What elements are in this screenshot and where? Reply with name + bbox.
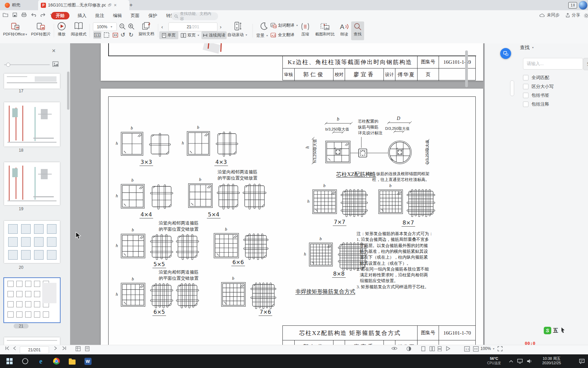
document-scrollbar[interactable] — [465, 50, 468, 87]
new-tab-button[interactable]: + — [127, 1, 135, 10]
clock-widget[interactable]: 10:38 周五 2020/12/25 — [537, 356, 566, 365]
page-thumbnail-18[interactable] — [4, 102, 60, 147]
last-page-button[interactable] — [62, 346, 67, 350]
find-button[interactable]: 查找 — [351, 21, 364, 40]
ribbon-search[interactable]: 查找功能、文档内容 — [171, 12, 218, 20]
fit-page-icon[interactable] — [103, 32, 110, 38]
zoom-out-icon[interactable] — [119, 23, 126, 30]
double-page-button[interactable]: 双页▼ — [180, 31, 200, 39]
cpu-temp-widget[interactable]: 56°C CPU温度 — [485, 356, 504, 365]
window-count-badge[interactable]: 1‖ — [568, 2, 577, 9]
rotate-document-button[interactable]: 旋转文档 — [137, 22, 156, 36]
auto-scroll-icon[interactable] — [234, 21, 242, 31]
tray-expand-icon[interactable] — [507, 357, 515, 365]
print-icon[interactable] — [21, 13, 27, 17]
pdf-to-image-button[interactable]: PDF转图片 — [30, 22, 52, 37]
status-fit-width-icon[interactable] — [473, 346, 479, 352]
checkbox-icon[interactable] — [523, 93, 528, 98]
word-translate-button[interactable]: A中 划词翻译▼ — [271, 22, 298, 28]
ribbon-tab-页面[interactable]: 页面 — [129, 12, 142, 19]
view-single-icon[interactable] — [421, 346, 425, 351]
open-file-icon[interactable] — [3, 12, 8, 17]
actual-size-button[interactable]: 1:1 — [93, 31, 101, 39]
find-option-1[interactable]: 区分大小写 — [523, 83, 554, 90]
page-thumbnail-17[interactable] — [4, 74, 60, 89]
checkbox-icon[interactable] — [523, 84, 528, 89]
find-submit-button[interactable]: 查找 — [583, 58, 588, 70]
share-button[interactable]: 分享 — [566, 12, 580, 18]
word-app-icon[interactable]: W — [84, 357, 92, 365]
read-mode-button[interactable]: 阅读模式 — [70, 22, 87, 37]
checkbox-icon[interactable] — [523, 75, 528, 80]
close-tab-icon[interactable]: ✕ — [114, 3, 117, 7]
first-page-button[interactable] — [5, 346, 10, 350]
floating-tool-button[interactable] — [500, 48, 511, 59]
start-button[interactable] — [5, 357, 14, 365]
status-next-page[interactable] — [54, 346, 57, 350]
page-thumbnail-20[interactable] — [4, 221, 60, 263]
view-continuous-icon[interactable] — [438, 346, 442, 351]
document-area[interactable]: Kz边柱、角柱柱顶等截面伸出时向钢筋构造图集号16G101-1-69审核郭仁俊校… — [70, 43, 485, 345]
status-play-icon[interactable] — [446, 346, 450, 351]
full-translate-button[interactable]: A文 全文翻译 — [271, 32, 294, 38]
screenshot-compare-button[interactable]: 截图和对比 — [314, 22, 336, 37]
ribbon-tab-开始[interactable]: 开始 — [51, 12, 69, 19]
rotate-left-icon[interactable]: ↺ — [120, 31, 125, 39]
edge-browser-icon[interactable]: e — [37, 357, 45, 365]
tab-document[interactable]: P 16G101三维图...无水印修改.pdf 🗗 ✕ — [38, 0, 129, 10]
fit-width-icon[interactable] — [112, 32, 118, 38]
status-prev-page[interactable] — [13, 346, 16, 350]
file-explorer-icon[interactable] — [68, 357, 76, 365]
checkbox-icon[interactable] — [523, 102, 528, 107]
sidebar-scrollbar[interactable] — [67, 72, 69, 110]
page-number-input[interactable]: 21/201 — [168, 22, 217, 31]
find-input[interactable]: 请输入... — [523, 58, 583, 70]
ribbon-tab-插入[interactable]: 插入 — [76, 12, 88, 19]
volume-icon[interactable] — [525, 357, 534, 365]
play-button[interactable]: 播放 — [55, 22, 68, 37]
find-option-0[interactable]: 全词匹配 — [523, 74, 549, 81]
close-sidebar-icon[interactable]: ✕ — [52, 48, 56, 53]
read-aloud-button[interactable]: A 朗读 — [338, 22, 350, 37]
compress-button[interactable]: 压缩 — [299, 22, 312, 37]
status-page-icon[interactable] — [85, 346, 89, 351]
network-icon[interactable] — [516, 357, 524, 365]
contrast-icon[interactable] — [406, 346, 411, 351]
panel-collapse-handle[interactable] — [510, 80, 514, 96]
tab-home[interactable]: 稻壳 — [0, 0, 43, 10]
auto-scroll-button[interactable]: 自动滚动▼ — [227, 32, 248, 38]
page-thumbnail-21[interactable] — [4, 278, 60, 322]
redo-icon[interactable] — [40, 13, 46, 17]
ribbon-tab-编辑[interactable]: 编辑 — [111, 12, 124, 19]
status-fit-one-icon[interactable]: 1:1 — [464, 346, 470, 352]
notification-center-icon[interactable] — [578, 357, 586, 365]
chrome-browser-icon[interactable] — [52, 357, 61, 365]
fullscreen-icon[interactable] — [497, 346, 503, 351]
zoom-in-icon[interactable] — [128, 23, 135, 30]
ribbon-tab-批注[interactable]: 批注 — [93, 12, 106, 19]
undo-icon[interactable] — [31, 13, 36, 17]
sync-status[interactable]: 未同步 — [539, 12, 560, 18]
find-option-2[interactable]: 包括书签 — [523, 92, 549, 99]
status-page-indicator[interactable]: 21/201 — [20, 346, 49, 354]
window-mode-icon[interactable]: 🗗 — [108, 3, 112, 7]
next-page-button[interactable]: › — [220, 24, 222, 30]
page-thumbnail-partial[interactable] — [4, 337, 60, 345]
find-option-3[interactable]: 包括注释 — [523, 101, 549, 108]
background-moon-icon[interactable] — [259, 22, 268, 31]
slider-knob[interactable] — [6, 63, 10, 67]
thumbnail-view-icon[interactable] — [52, 61, 59, 67]
search-taskbar-icon[interactable] — [21, 357, 29, 365]
thumbnail-size-slider[interactable] — [4, 64, 50, 65]
prev-page-button[interactable]: ‹ — [161, 24, 163, 30]
status-grid-icon[interactable] — [76, 346, 81, 351]
wps-activity-badge[interactable]: S — [544, 327, 551, 334]
save-icon[interactable] — [13, 13, 17, 17]
settings-gear-icon[interactable] — [584, 13, 588, 18]
background-button[interactable]: 背景▼ — [256, 33, 268, 39]
continuous-read-button[interactable]: 连续阅读 — [201, 31, 227, 39]
ribbon-tab-保护[interactable]: 保护 — [146, 12, 159, 19]
single-page-button[interactable]: 单页 — [159, 31, 178, 39]
protect-eye-icon[interactable] — [391, 346, 397, 351]
pdf-to-office-button[interactable]: W PDF转Office▼ — [2, 22, 29, 37]
